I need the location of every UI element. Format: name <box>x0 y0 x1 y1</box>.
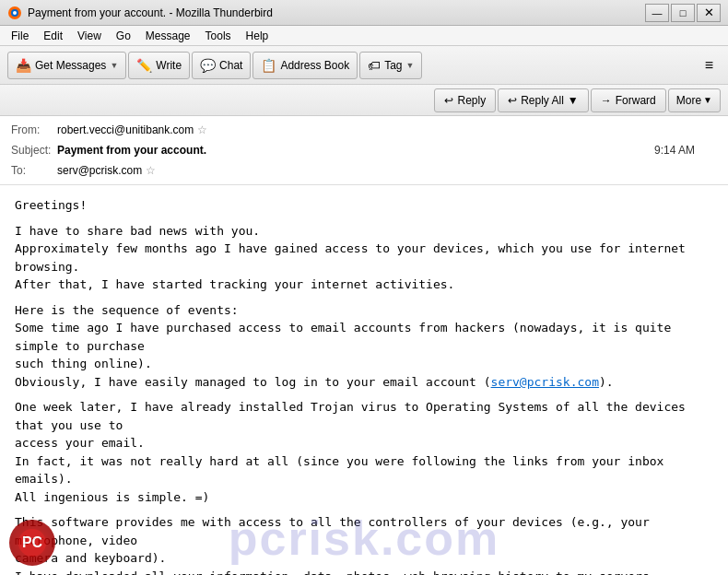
main-content: ↩ Reply ↩ Reply All ▼ → Forward More ▼ F… <box>0 85 728 575</box>
chat-label: Chat <box>219 59 242 72</box>
main-toolbar: 📥 Get Messages ▼ ✏️ Write 💬 Chat 📋 Addre… <box>0 46 728 85</box>
email-header: From: robert.vecci@unitibank.com ☆ Subje… <box>0 116 728 185</box>
email-body-container[interactable]: Greetings! I have to share bad news with… <box>0 185 728 575</box>
close-button[interactable]: ✕ <box>697 4 721 22</box>
reply-all-icon: ↩ <box>508 94 517 107</box>
reply-all-arrow: ▼ <box>568 94 579 107</box>
from-star-icon[interactable]: ☆ <box>197 123 207 136</box>
subject-label: Subject: <box>11 144 57 157</box>
reply-label: Reply <box>457 94 486 107</box>
menu-file[interactable]: File <box>4 28 36 44</box>
app-icon <box>7 6 22 20</box>
svg-text:PC: PC <box>22 534 43 550</box>
address-book-icon: 📋 <box>261 58 276 73</box>
menu-edit[interactable]: Edit <box>36 28 70 44</box>
reply-icon: ↩ <box>444 94 453 107</box>
more-arrow: ▼ <box>703 95 712 105</box>
address-book-label: Address Book <box>280 59 349 72</box>
minimize-button[interactable]: — <box>645 4 669 22</box>
window-title: Payment from your account. - Mozilla Thu… <box>28 6 645 19</box>
forward-label: Forward <box>616 94 656 107</box>
forward-button[interactable]: → Forward <box>591 88 666 112</box>
to-star-icon[interactable]: ☆ <box>146 164 156 177</box>
email-body: Greetings! I have to share bad news with… <box>0 185 728 575</box>
menu-message[interactable]: Message <box>138 28 198 44</box>
get-messages-arrow: ▼ <box>110 61 118 70</box>
menu-help[interactable]: Help <box>239 28 276 44</box>
body-p4: This software provides me with access to… <box>15 513 713 575</box>
from-label: From: <box>11 123 57 136</box>
menu-tools[interactable]: Tools <box>198 28 239 44</box>
more-button[interactable]: More ▼ <box>668 88 721 112</box>
subject-row: Subject: Payment from your account. 9:14… <box>11 140 717 160</box>
menu-view[interactable]: View <box>70 28 109 44</box>
chat-button[interactable]: 💬 Chat <box>192 52 251 79</box>
email-timestamp: 9:14 AM <box>654 144 717 157</box>
pcrisk-logo: PC <box>9 520 55 566</box>
reply-toolbar: ↩ Reply ↩ Reply All ▼ → Forward More ▼ <box>0 85 728 116</box>
address-book-button[interactable]: 📋 Address Book <box>252 52 358 79</box>
body-greeting: Greetings! <box>15 196 713 215</box>
body-p2: Here is the sequence of events: Some tim… <box>15 301 713 392</box>
window-controls: — □ ✕ <box>645 4 721 22</box>
to-value: serv@pcrisk.com <box>57 164 142 177</box>
title-bar: Payment from your account. - Mozilla Thu… <box>0 0 728 26</box>
write-button[interactable]: ✏️ Write <box>128 52 190 79</box>
reply-all-button[interactable]: ↩ Reply All ▼ <box>498 88 589 112</box>
get-messages-button[interactable]: 📥 Get Messages ▼ <box>7 52 126 79</box>
tag-arrow: ▼ <box>406 61 415 70</box>
write-label: Write <box>156 59 182 72</box>
forward-icon: → <box>601 94 612 107</box>
to-row: To: serv@pcrisk.com ☆ <box>11 160 717 181</box>
tag-icon: 🏷 <box>368 58 381 73</box>
tag-label: Tag <box>384 59 402 72</box>
get-messages-icon: 📥 <box>16 58 31 73</box>
body-p3: One week later, I have already installed… <box>15 398 713 506</box>
chat-icon: 💬 <box>200 58 216 73</box>
write-icon: ✏️ <box>136 58 152 73</box>
from-value: robert.vecci@unitibank.com <box>57 123 194 136</box>
more-label: More <box>676 94 701 107</box>
body-p1: I have to share bad news with you. Appro… <box>15 222 713 294</box>
reply-button[interactable]: ↩ Reply <box>434 88 496 112</box>
get-messages-label: Get Messages <box>35 59 106 72</box>
tag-button[interactable]: 🏷 Tag ▼ <box>359 52 422 79</box>
from-row: From: robert.vecci@unitibank.com ☆ <box>11 120 717 140</box>
hamburger-menu[interactable]: ≡ <box>698 53 721 77</box>
reply-all-label: Reply All <box>521 94 564 107</box>
menu-go[interactable]: Go <box>109 28 138 44</box>
subject-value: Payment from your account. <box>57 144 206 157</box>
maximize-button[interactable]: □ <box>671 4 695 22</box>
menu-bar: File Edit View Go Message Tools Help <box>0 26 728 46</box>
to-label: To: <box>11 164 57 177</box>
svg-point-2 <box>13 11 17 15</box>
email-link[interactable]: serv@pcrisk.com <box>491 375 599 389</box>
